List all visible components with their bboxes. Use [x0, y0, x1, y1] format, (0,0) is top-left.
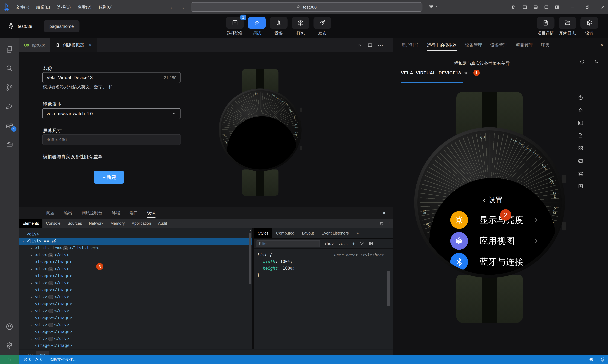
- layout-toggle-button[interactable]: [519, 0, 530, 14]
- new-rule-button[interactable]: +: [352, 241, 355, 246]
- panel-tab[interactable]: 输出: [64, 207, 72, 219]
- styles-tab[interactable]: Layout: [298, 228, 317, 238]
- toolbar-action-button[interactable]: 项目详情: [537, 17, 555, 36]
- close-panel-icon[interactable]: ✕: [600, 42, 604, 48]
- dom-tree-row[interactable]: ▾<list> == $0: [19, 238, 252, 245]
- settings-menu-item[interactable]: 蓝牙与连接 ›: [429, 251, 556, 272]
- menu-item[interactable]: ···: [119, 4, 124, 10]
- tab-app-ux[interactable]: UX app.ux: [19, 38, 50, 52]
- dom-tree-row[interactable]: ▸<div>⋯</div>: [19, 279, 252, 286]
- panel-tab[interactable]: 运行中的模拟器: [427, 38, 457, 52]
- dom-tree-row[interactable]: <image></image>: [19, 273, 252, 279]
- simulator-control-button[interactable]: [577, 167, 583, 180]
- expand-arrow-icon[interactable]: ▸: [30, 280, 35, 287]
- activity-bar-item[interactable]: [2, 80, 17, 95]
- simulator-control-button[interactable]: [577, 117, 583, 129]
- dom-tree-row[interactable]: <image></image>: [19, 286, 252, 293]
- editor-action-button[interactable]: ···: [378, 42, 383, 48]
- activity-bar-item[interactable]: [2, 42, 17, 57]
- dom-tree-row[interactable]: ▸<list-item>⋯</list-item>: [19, 245, 252, 252]
- copilot-icon[interactable]: [589, 357, 594, 362]
- panel-tab[interactable]: 问题: [46, 207, 54, 219]
- simulator-control-button[interactable]: [577, 142, 583, 155]
- css-property[interactable]: width: 100%;: [257, 258, 390, 265]
- panel-tab[interactable]: 聊天: [541, 38, 550, 52]
- dom-tree-row[interactable]: <image></image>: [19, 328, 252, 335]
- toolbar-action-button[interactable]: 发布: [314, 17, 331, 36]
- collapsed-content-icon[interactable]: ⋯: [48, 295, 53, 299]
- expand-arrow-icon[interactable]: ▸: [30, 245, 35, 252]
- dom-tree-row[interactable]: <image></image>: [19, 300, 252, 307]
- panel-tab[interactable]: 终端: [112, 207, 120, 219]
- back-chevron-icon[interactable]: ‹: [483, 195, 486, 205]
- dom-tree-row[interactable]: ▸<div>⋯</div>: [19, 321, 252, 328]
- dom-tree-row[interactable]: ▸<div>⋯</div>: [19, 307, 252, 314]
- remote-indicator[interactable]: [0, 355, 19, 364]
- collapsed-content-icon[interactable]: ⋯: [48, 253, 53, 257]
- tab-create-simulator[interactable]: 创建模拟器 ✕: [50, 38, 97, 52]
- close-window-button[interactable]: [597, 0, 608, 14]
- expand-arrow-icon[interactable]: ▸: [30, 294, 35, 301]
- devtools-tab[interactable]: Memory: [107, 219, 128, 228]
- image-version-select[interactable]: vela-miwear-watch-4.0: [42, 108, 181, 119]
- toolbar-action-button[interactable]: 系统日志: [559, 17, 576, 36]
- activity-bar-item[interactable]: [2, 338, 17, 353]
- simulator-control-button[interactable]: [577, 91, 583, 104]
- dom-tree-row[interactable]: ▸<div>⋯</div>: [19, 335, 252, 342]
- nav-back-icon[interactable]: ←: [170, 4, 174, 10]
- collapsed-content-icon[interactable]: ⋯: [48, 323, 53, 327]
- expand-arrow-icon[interactable]: ▸: [30, 266, 35, 273]
- activity-bar-item[interactable]: [2, 319, 17, 334]
- editor-action-button[interactable]: [357, 42, 362, 48]
- device-name[interactable]: VELA_VIRTUAL_DEVICE13: [401, 70, 461, 75]
- close-panel-icon[interactable]: ✕: [382, 210, 386, 215]
- dom-tree-row[interactable]: <div>: [19, 231, 252, 238]
- panel-tab[interactable]: 端口: [130, 207, 138, 219]
- toolbar-action-button[interactable]: 调试: [248, 17, 266, 36]
- activity-bar-item[interactable]: [2, 61, 17, 76]
- devtools-tab[interactable]: Sources: [64, 219, 85, 228]
- dom-tree-row[interactable]: ▸<div>⋯</div>: [19, 293, 252, 300]
- menu-item[interactable]: 查看(V): [78, 4, 92, 10]
- layout-toggle-button[interactable]: [552, 0, 562, 14]
- simulator-control-button[interactable]: [577, 104, 583, 117]
- tree-scrollbar[interactable]: ▲: [249, 229, 252, 349]
- simulator-control-button[interactable]: [577, 155, 583, 167]
- css-property[interactable]: height: 100%;: [257, 265, 390, 272]
- settings-menu-item[interactable]: 应用视图 ›: [429, 230, 556, 251]
- panel-tab[interactable]: 项目管理: [516, 38, 533, 52]
- cls-toggle[interactable]: .cls: [338, 241, 348, 246]
- toolbar-action-button[interactable]: 1 选择设备: [226, 17, 244, 36]
- restore-button[interactable]: [582, 0, 593, 14]
- dom-tree-row[interactable]: <image></image>: [19, 259, 252, 266]
- devtools-tab[interactable]: Network: [85, 219, 107, 228]
- menu-item[interactable]: 转到(G): [98, 4, 113, 10]
- toolbar-action-button[interactable]: 设置: [581, 17, 598, 36]
- menu-item[interactable]: 选择(S): [57, 4, 71, 10]
- expand-arrow-icon[interactable]: ▸: [30, 252, 35, 259]
- layout-toggle-button[interactable]: [530, 0, 541, 14]
- panel-tab[interactable]: 调试控制台: [82, 207, 102, 219]
- collapsed-content-icon[interactable]: ⋯: [48, 337, 53, 341]
- layout-toggle-button[interactable]: [509, 0, 519, 14]
- collapsed-content-icon[interactable]: ⋯: [63, 246, 68, 250]
- problems-indicator[interactable]: 0 0: [24, 357, 42, 362]
- styles-filter-input[interactable]: Filter: [256, 240, 320, 247]
- panel-tab[interactable]: 调试: [147, 207, 156, 219]
- styles-scrollbar[interactable]: [387, 250, 390, 339]
- minimize-button[interactable]: [567, 0, 578, 14]
- styles-tab[interactable]: Event Listeners: [318, 228, 353, 238]
- paint-format-icon[interactable]: [359, 241, 364, 246]
- hov-toggle[interactable]: :hov: [324, 241, 334, 246]
- expand-arrow-icon[interactable]: ▸: [30, 308, 35, 315]
- devtools-splitter[interactable]: [252, 228, 254, 349]
- toolbar-action-button[interactable]: 设备: [270, 17, 288, 36]
- swap-icon[interactable]: [594, 59, 599, 64]
- collapsed-content-icon[interactable]: ⋯: [48, 267, 53, 271]
- menu-item[interactable]: 编辑(E): [36, 4, 50, 10]
- settings-menu-item[interactable]: 显示与亮度 2 ›: [429, 209, 556, 230]
- devtools-menu-icon[interactable]: ⋮: [387, 221, 391, 226]
- dock-side-icon[interactable]: [369, 241, 373, 246]
- simulator-control-button[interactable]: [577, 129, 583, 142]
- styles-tab[interactable]: Computed: [272, 228, 298, 238]
